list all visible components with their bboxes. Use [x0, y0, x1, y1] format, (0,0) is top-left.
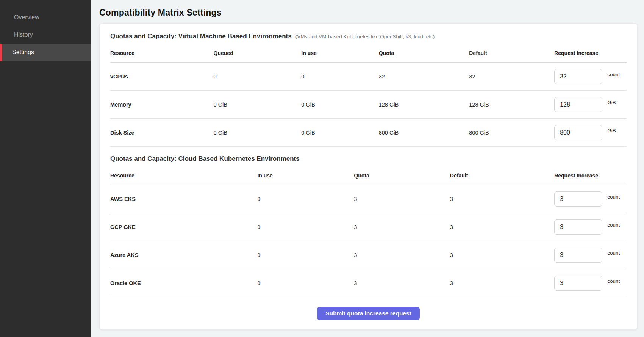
resource-name: Azure AKS — [110, 241, 257, 269]
value-cell: 0 GiB — [214, 119, 302, 147]
request-increase-input[interactable] — [554, 219, 602, 235]
request-increase-cell: count — [554, 69, 627, 84]
main-content: Compatibility Matrix Settings Quotas and… — [91, 0, 644, 337]
unit-label: count — [607, 250, 620, 256]
value-cell: 800 GiB — [469, 119, 554, 147]
sidebar-item-history[interactable]: History — [0, 26, 91, 44]
column-header: Queued — [214, 40, 302, 63]
resource-name: GCP GKE — [110, 213, 257, 241]
request-increase-input[interactable] — [554, 97, 602, 112]
value-cell: 128 GiB — [469, 91, 554, 119]
section-heading: Quotas and Capacity: Virtual Machine Bas… — [110, 33, 292, 40]
column-header: In use — [301, 40, 378, 63]
resource-name: AWS EKS — [110, 185, 257, 213]
sidebar: OverviewHistorySettings — [0, 0, 91, 337]
quota-sections: Quotas and Capacity: Virtual Machine Bas… — [110, 33, 627, 297]
value-cell: 3 — [354, 269, 450, 297]
sidebar-nav: OverviewHistorySettings — [0, 9, 91, 61]
request-increase-input[interactable] — [554, 276, 602, 291]
unit-label: count — [607, 72, 620, 77]
table-row: Memory0 GiB0 GiB128 GiB128 GiBGiB — [110, 91, 627, 119]
table-row: Oracle OKE033count — [110, 269, 627, 297]
value-cell: 3 — [354, 213, 450, 241]
page-title: Compatibility Matrix Settings — [99, 8, 638, 18]
value-cell: 0 — [257, 241, 354, 269]
quota-section-1: Quotas and Capacity: Virtual Machine Bas… — [110, 33, 627, 147]
column-header: Quota — [379, 40, 469, 63]
value-cell: 0 — [257, 269, 354, 297]
table-row: vCPUs003232count — [110, 63, 627, 91]
column-header: Resource — [110, 40, 214, 63]
table-header-row: ResourceIn useQuotaDefaultRequest Increa… — [110, 163, 627, 185]
quota-table-1: ResourceQueuedIn useQuotaDefaultRequest … — [110, 40, 627, 147]
value-cell: 128 GiB — [379, 91, 469, 119]
value-cell: 3 — [354, 185, 450, 213]
request-increase-cell: count — [554, 276, 627, 291]
request-increase-cell: GiB — [554, 97, 627, 112]
value-cell: 800 GiB — [379, 119, 469, 147]
quota-section-2: Quotas and Capacity: Cloud Based Kuberne… — [110, 155, 627, 297]
section-heading: Quotas and Capacity: Cloud Based Kuberne… — [110, 155, 300, 163]
resource-name: Oracle OKE — [110, 269, 257, 297]
table-header-row: ResourceQueuedIn useQuotaDefaultRequest … — [110, 40, 627, 63]
column-header: Request Increase — [554, 40, 627, 63]
value-cell: 32 — [379, 63, 469, 91]
resource-name: Disk Size — [110, 119, 214, 147]
table-row: Disk Size0 GiB0 GiB800 GiB800 GiBGiB — [110, 119, 627, 147]
value-cell: 3 — [450, 241, 554, 269]
request-increase-input[interactable] — [554, 125, 602, 140]
value-cell: 0 — [301, 63, 378, 91]
table-row: Azure AKS033count — [110, 241, 627, 269]
value-cell: 0 — [214, 63, 302, 91]
column-header: Resource — [110, 163, 257, 185]
resource-name: Memory — [110, 91, 214, 119]
column-header: Default — [469, 40, 554, 63]
request-increase-cell: count — [554, 191, 627, 207]
value-cell: 32 — [469, 63, 554, 91]
unit-label: count — [607, 222, 620, 228]
request-increase-input[interactable] — [554, 69, 602, 84]
sidebar-item-overview[interactable]: Overview — [0, 9, 91, 26]
submit-quota-increase-button[interactable]: Submit quota increase request — [317, 307, 420, 320]
unit-label: count — [607, 278, 620, 284]
value-cell: 3 — [354, 241, 450, 269]
value-cell: 3 — [450, 213, 554, 241]
value-cell: 0 — [257, 185, 354, 213]
value-cell: 0 GiB — [301, 91, 378, 119]
sidebar-item-settings[interactable]: Settings — [0, 44, 91, 61]
value-cell: 0 GiB — [301, 119, 378, 147]
value-cell: 0 GiB — [214, 91, 302, 119]
quota-table-2: ResourceIn useQuotaDefaultRequest Increa… — [110, 163, 627, 297]
value-cell: 0 — [257, 213, 354, 241]
table-row: GCP GKE033count — [110, 213, 627, 241]
column-header: Default — [450, 163, 554, 185]
settings-card: Quotas and Capacity: Virtual Machine Bas… — [99, 23, 638, 330]
table-row: AWS EKS033count — [110, 185, 627, 213]
column-header: In use — [257, 163, 354, 185]
section-subtitle: (VMs and VM-based Kubernetes like OpenSh… — [295, 34, 435, 39]
request-increase-cell: count — [554, 248, 627, 263]
resource-name: vCPUs — [110, 63, 214, 91]
unit-label: count — [607, 194, 620, 200]
value-cell: 3 — [450, 185, 554, 213]
value-cell: 3 — [450, 269, 554, 297]
column-header: Request Increase — [554, 163, 627, 185]
request-increase-cell: count — [554, 219, 627, 235]
request-increase-input[interactable] — [554, 191, 602, 207]
unit-label: GiB — [607, 100, 616, 105]
request-increase-cell: GiB — [554, 125, 627, 140]
unit-label: GiB — [607, 128, 616, 133]
request-increase-input[interactable] — [554, 248, 602, 263]
column-header: Quota — [354, 163, 450, 185]
submit-row: Submit quota increase request — [110, 297, 627, 328]
